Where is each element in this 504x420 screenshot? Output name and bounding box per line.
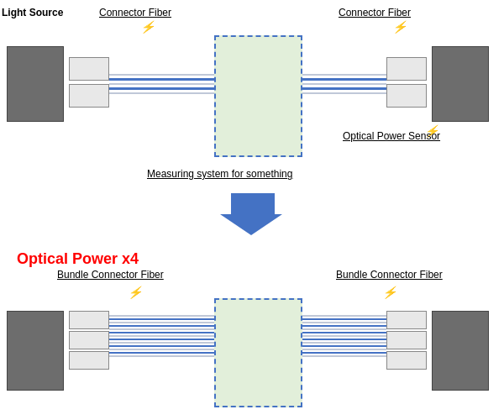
mcr-blue-1 bbox=[302, 318, 386, 320]
conn-box-bottom-left bbox=[69, 84, 109, 108]
cable-line-3 bbox=[109, 92, 217, 94]
label-connector-fiber-left: Connector Fiber bbox=[99, 7, 171, 18]
cable-line-2 bbox=[109, 83, 217, 85]
cable-top-right bbox=[302, 74, 386, 94]
mc-blue-5 bbox=[109, 345, 217, 347]
optical-sensor-box-bottom bbox=[432, 311, 489, 391]
connector-block-right bbox=[386, 57, 427, 108]
label-bundle-connector-fiber-right: Bundle Connector Fiber bbox=[336, 269, 443, 281]
bolt-icon-bundle-right: ⚡ bbox=[382, 286, 396, 299]
mc-line-5 bbox=[109, 342, 217, 344]
mc-blue-1 bbox=[109, 318, 217, 320]
cable-r-blue2 bbox=[302, 87, 386, 90]
mc-line-3 bbox=[109, 328, 217, 330]
mcr-line-3 bbox=[302, 328, 386, 330]
cable-top-left bbox=[109, 74, 217, 94]
label-bundle-connector-fiber-left: Bundle Connector Fiber bbox=[57, 269, 164, 281]
conn-box-bottom-right bbox=[386, 84, 427, 108]
arrow-shaft bbox=[231, 193, 275, 217]
mc-blue-3 bbox=[109, 332, 217, 333]
connector-block-bottom-left bbox=[69, 311, 109, 370]
conn-box-sm-r-3 bbox=[386, 351, 427, 370]
mc-line-4 bbox=[109, 335, 217, 337]
label-light-source: Light Source bbox=[2, 7, 63, 18]
mcr-line-7 bbox=[302, 355, 386, 357]
mc-line-2 bbox=[109, 322, 217, 323]
cable-r-line-3 bbox=[302, 92, 386, 94]
conn-box-sm-1 bbox=[69, 311, 109, 329]
optical-sensor-box bbox=[432, 46, 489, 122]
cable-line-blue2 bbox=[109, 87, 217, 90]
label-measuring-system: Measuring system for something bbox=[147, 168, 292, 180]
connector-block-bottom-right bbox=[386, 311, 427, 370]
mc-blue-6 bbox=[109, 352, 217, 354]
conn-box-sm-3 bbox=[69, 351, 109, 370]
multi-cable-bottom-left bbox=[109, 315, 217, 357]
cable-line-1 bbox=[109, 74, 217, 76]
mcr-line-5 bbox=[302, 342, 386, 344]
conn-box-sm-r-2 bbox=[386, 331, 427, 349]
mcr-blue-4 bbox=[302, 339, 386, 340]
cable-line-blue bbox=[109, 78, 217, 81]
light-source-box-bottom bbox=[7, 311, 64, 391]
label-optical-power-x4: Optical Power x4 bbox=[17, 250, 139, 268]
mcr-blue-2 bbox=[302, 325, 386, 327]
mcr-line-4 bbox=[302, 335, 386, 337]
light-source-box bbox=[7, 46, 64, 122]
mcr-line-1 bbox=[302, 315, 386, 317]
mcr-blue-5 bbox=[302, 345, 386, 347]
mcr-line-6 bbox=[302, 349, 386, 350]
mc-line-6 bbox=[109, 349, 217, 350]
conn-box-top-left bbox=[69, 57, 109, 81]
mc-line-1 bbox=[109, 315, 217, 317]
mc-line-7 bbox=[109, 355, 217, 357]
mc-blue-2 bbox=[109, 325, 217, 327]
bolt-icon-bundle-left: ⚡ bbox=[128, 286, 142, 299]
mcr-line-2 bbox=[302, 322, 386, 323]
connector-block-left bbox=[69, 57, 109, 108]
measuring-system-box-bottom bbox=[214, 298, 302, 407]
label-connector-fiber-right: Connector Fiber bbox=[339, 7, 411, 18]
conn-box-sm-r-1 bbox=[386, 311, 427, 329]
mcr-blue-6 bbox=[302, 352, 386, 354]
mcr-blue-3 bbox=[302, 332, 386, 333]
cable-r-line-1 bbox=[302, 74, 386, 76]
label-optical-power-sensor: Optical Power Sensor bbox=[343, 130, 440, 142]
measuring-system-box bbox=[214, 35, 302, 157]
cable-r-line-2 bbox=[302, 83, 386, 85]
mc-blue-4 bbox=[109, 339, 217, 340]
conn-box-top-right bbox=[386, 57, 427, 81]
cable-r-blue bbox=[302, 78, 386, 81]
bolt-icon-left: ⚡ bbox=[140, 20, 155, 34]
arrow-head bbox=[220, 214, 282, 235]
multi-cable-bottom-right bbox=[302, 315, 386, 357]
bolt-icon-right: ⚡ bbox=[392, 20, 407, 34]
conn-box-sm-2 bbox=[69, 331, 109, 349]
diagram-container: Light Source Connector Fiber Connector F… bbox=[0, 0, 504, 420]
